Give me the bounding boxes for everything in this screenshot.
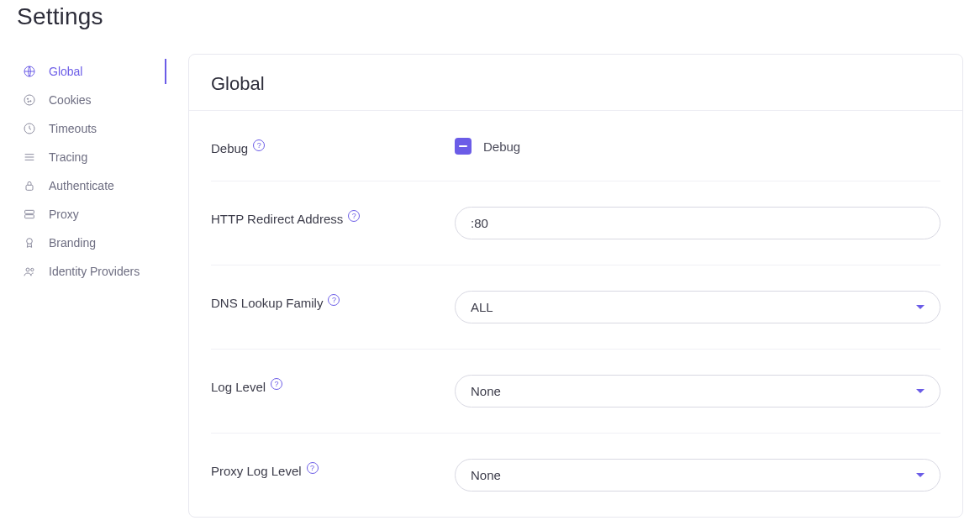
help-icon[interactable]: ? xyxy=(253,139,265,151)
svg-point-1 xyxy=(24,95,34,105)
svg-point-3 xyxy=(30,101,31,102)
svg-point-11 xyxy=(31,268,34,271)
http-redirect-address-input[interactable] xyxy=(455,207,940,239)
sidebar-item-tracing[interactable]: Tracing xyxy=(17,143,168,171)
sidebar-item-branding[interactable]: Branding xyxy=(17,229,168,257)
cookie-icon xyxy=(22,92,37,108)
sidebar-item-label: Global xyxy=(49,65,82,78)
sidebar-item-label: Identity Providers xyxy=(49,265,140,278)
sidebar-item-label: Cookies xyxy=(49,93,92,107)
field-row-log-level: Log Level ? None xyxy=(211,350,940,434)
settings-card: Global Debug ? Debug xyxy=(188,54,963,518)
help-icon[interactable]: ? xyxy=(271,378,282,390)
sidebar-item-identity-providers[interactable]: Identity Providers xyxy=(17,257,168,286)
badge-icon xyxy=(22,235,37,250)
sidebar-item-proxy[interactable]: Proxy xyxy=(17,200,168,229)
field-label: HTTP Redirect Address xyxy=(211,212,343,226)
card-header: Global xyxy=(189,55,962,111)
svg-point-2 xyxy=(27,98,28,99)
svg-rect-8 xyxy=(25,215,34,218)
proxy-log-level-select[interactable]: None xyxy=(455,459,940,492)
field-row-proxy-log-level: Proxy Log Level ? None xyxy=(211,434,940,517)
page-title: Settings xyxy=(17,3,963,30)
field-row-http-redirect-address: HTTP Redirect Address ? xyxy=(211,181,940,266)
chevron-down-icon xyxy=(916,305,925,309)
sidebar-item-label: Proxy xyxy=(49,208,79,221)
field-label: DNS Lookup Family xyxy=(211,296,323,310)
users-icon xyxy=(22,264,37,279)
settings-sidebar: Global Cookies Timeouts Tracing xyxy=(17,54,168,286)
sidebar-item-label: Tracing xyxy=(49,150,87,164)
indeterminate-icon xyxy=(459,145,467,148)
card-title: Global xyxy=(211,73,940,95)
field-label: Debug xyxy=(211,141,248,155)
svg-point-10 xyxy=(26,268,29,271)
lines-icon xyxy=(22,150,37,165)
field-row-debug: Debug ? Debug xyxy=(211,111,940,181)
log-level-select[interactable]: None xyxy=(455,375,940,407)
chevron-down-icon xyxy=(916,389,925,393)
sidebar-item-label: Authenticate xyxy=(49,179,114,192)
svg-point-4 xyxy=(28,101,29,102)
field-label: Proxy Log Level xyxy=(211,464,302,478)
sidebar-item-global[interactable]: Global xyxy=(17,57,168,86)
field-label: Log Level xyxy=(211,380,266,394)
chevron-down-icon xyxy=(916,473,925,477)
dns-lookup-family-select[interactable]: ALL xyxy=(455,291,940,323)
select-value: None xyxy=(471,468,501,482)
debug-checkbox[interactable] xyxy=(455,138,472,155)
sidebar-item-authenticate[interactable]: Authenticate xyxy=(17,171,168,200)
server-icon xyxy=(22,207,37,222)
field-row-dns-lookup-family: DNS Lookup Family ? ALL xyxy=(211,266,940,350)
sidebar-item-label: Timeouts xyxy=(49,122,97,135)
checkbox-label: Debug xyxy=(483,139,520,154)
sidebar-item-timeouts[interactable]: Timeouts xyxy=(17,114,168,143)
select-value: None xyxy=(471,384,501,398)
sidebar-item-label: Branding xyxy=(49,236,96,250)
lock-icon xyxy=(22,178,37,193)
globe-icon xyxy=(22,64,37,79)
svg-rect-6 xyxy=(26,185,33,190)
select-value: ALL xyxy=(471,300,493,314)
clock-icon xyxy=(22,121,37,136)
help-icon[interactable]: ? xyxy=(328,294,340,306)
svg-point-9 xyxy=(27,239,33,244)
help-icon[interactable]: ? xyxy=(348,210,360,222)
help-icon[interactable]: ? xyxy=(307,462,319,474)
svg-rect-7 xyxy=(25,210,34,213)
sidebar-item-cookies[interactable]: Cookies xyxy=(17,86,168,114)
